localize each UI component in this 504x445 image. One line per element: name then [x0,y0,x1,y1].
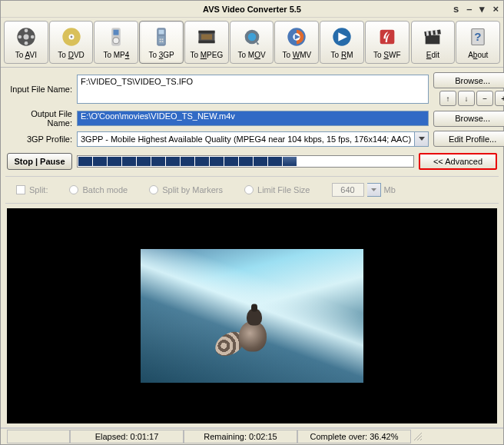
svg-point-24 [247,32,256,41]
to-dvd-button[interactable]: To DVD [49,21,94,64]
profile-label: 3GP Profile: [7,134,72,144]
svg-rect-20 [198,30,214,33]
maximize-button[interactable]: ▾ [479,3,485,15]
output-file-label: Output File Name: [7,109,72,128]
split-markers-label: Split by Markers [162,185,223,194]
move-down-button[interactable]: ↓ [458,91,475,106]
options-row: Split: Batch mode Split by Markers Limit… [5,176,499,204]
svg-point-3 [25,41,28,45]
svg-rect-10 [114,29,119,35]
to-mpeg-button[interactable]: To MPEG [184,21,229,64]
to-mp4-button[interactable]: To MP4 [94,21,138,64]
file-form: Input File Name: F:\VIDEO_TS\VIDEO_TS.IF… [1,68,503,153]
film-frame-icon [196,26,217,48]
titlebar: AVS Video Converter 5.5 s – ▾ × [1,1,503,18]
remove-button[interactable]: − [476,91,493,106]
advanced-button[interactable]: << Advanced [419,153,497,170]
svg-point-11 [113,37,119,43]
svg-rect-22 [201,34,212,39]
wmv-icon [286,26,307,48]
status-complete: Complete over: 36.42% [297,430,411,443]
quicktime-icon [241,26,263,48]
svg-rect-16 [162,38,164,40]
limit-size-radio[interactable] [244,185,254,194]
to-mov-button[interactable]: To MOV [230,21,274,64]
input-file-label: Input File Name: [7,85,72,94]
svg-point-1 [23,34,28,39]
resize-grip[interactable] [411,431,423,442]
progress-bar [77,155,414,168]
status-elapsed: Elapsed: 0:01:17 [70,430,184,443]
svg-rect-18 [162,41,164,42]
film-reel-icon [15,26,37,48]
svg-rect-14 [158,35,164,44]
size-unit-label: Mb [384,185,396,194]
status-remaining: Remaining: 0:02:15 [184,430,297,443]
restore-button[interactable]: – [466,3,472,15]
to-swf-button[interactable]: To SWF [365,21,410,64]
svg-text:?: ? [475,29,482,42]
window-title: AVS Video Converter 5.5 [203,5,301,14]
video-preview [7,208,497,423]
to-rm-button[interactable]: To RM [320,21,364,64]
stop-pause-button[interactable]: Stop | Pause [7,153,72,170]
preview-content [231,304,273,357]
split-checkbox[interactable] [16,185,25,194]
status-bar: Elapsed: 0:01:17 Remaining: 0:02:15 Comp… [1,427,503,444]
batch-mode-radio[interactable] [69,185,78,194]
flash-icon [376,26,398,48]
split-markers-radio[interactable] [149,185,158,194]
minimize-button[interactable]: s [453,3,459,15]
svg-point-4 [18,35,22,38]
format-toolbar: To AVI To DVD To MP4 To 3GP To MPEG To M… [1,18,503,68]
to-wmv-button[interactable]: To WMV [274,21,319,64]
add-button[interactable]: + [495,91,504,106]
input-file-field[interactable]: F:\VIDEO_TS\VIDEO_TS.IFO [77,75,429,104]
chevron-down-icon [419,137,425,141]
output-file-field[interactable]: E:\O'Coon\movies\VIDEO_TS_NEW.m4v [77,111,429,126]
svg-rect-15 [160,38,161,40]
status-spacer [7,430,70,443]
ipod-icon [105,26,127,48]
svg-rect-29 [426,35,440,44]
svg-rect-13 [159,29,164,34]
limit-size-label: Limit File Size [257,185,310,194]
chevron-down-icon [371,188,376,192]
edit-button[interactable]: Edit [411,21,456,64]
disc-icon [61,26,82,48]
help-icon: ? [467,26,489,48]
browse-input-button[interactable]: Browse... [433,72,504,88]
size-dropdown-button[interactable] [367,183,381,197]
profile-dropdown-button[interactable] [415,131,429,147]
about-button[interactable]: ? About [456,21,500,64]
svg-rect-17 [160,41,161,42]
split-label: Split: [29,185,48,194]
browse-output-button[interactable]: Browse... [433,111,504,127]
close-button[interactable]: × [492,3,499,15]
size-limit-input[interactable] [332,183,364,197]
edit-profile-button[interactable]: Edit Profile... [433,131,504,147]
app-window: AVS Video Converter 5.5 s – ▾ × To AVI T… [0,0,504,445]
phone-icon [151,26,172,48]
preview-frame [141,249,363,383]
svg-point-2 [25,28,28,32]
realmedia-icon [331,26,353,48]
profile-select[interactable]: 3GPP - Mobile Highest Available Quality … [77,131,415,147]
svg-point-8 [70,35,72,38]
batch-mode-label: Batch mode [82,185,128,194]
svg-point-5 [31,35,35,38]
to-3gp-button[interactable]: To 3GP [139,21,184,64]
svg-rect-21 [198,40,214,43]
to-avi-button[interactable]: To AVI [4,21,48,64]
clapper-icon [422,26,443,48]
move-up-button[interactable]: ↑ [439,91,456,106]
